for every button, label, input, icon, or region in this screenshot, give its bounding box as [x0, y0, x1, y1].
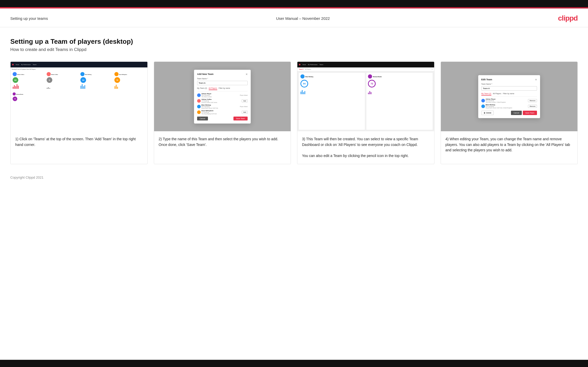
header: Setting up your teams User Manual – Nove… — [0, 8, 588, 27]
step2-save-button[interactable]: Save Team — [233, 117, 248, 120]
step3-nav-perf: My Performance — [308, 64, 317, 65]
step2-avatar-1 — [197, 93, 201, 97]
step4-player-sub-1: Plus HandicapThe Shire London, United Ki… — [486, 100, 506, 103]
p1-bars — [13, 84, 44, 89]
step4-tabs: My Team (2) All Players Filter by name — [481, 93, 537, 97]
step1-player-card-2: Adrian Coliba 0 — [46, 71, 79, 90]
step1-player-card-3: Blair McHarg 94 — [79, 71, 112, 90]
step2-dialog-title: Add New Team — [197, 73, 214, 75]
step1-mock-nav: Home My Performance Teams — [11, 62, 147, 67]
step1-bottom-row: Richard Butler 72 — [12, 91, 146, 103]
step4-remove-player-1[interactable]: Remove — [528, 99, 537, 102]
p2-score: 0 — [47, 77, 52, 83]
step2-cancel-button[interactable]: Cancel — [197, 117, 208, 120]
step2-player-info-4: Dave Billingham 3.5 HandicapThe Dog Magi… — [197, 110, 217, 115]
step2-avatar-2 — [197, 99, 201, 103]
step2-add-player-4[interactable]: Add — [242, 111, 248, 114]
step4-edit-team-dialog: Edit Team ✕ Team Name * My Team (2) All … — [478, 75, 540, 118]
step3-player-card-richard: Richard Butler 72 — [366, 73, 432, 130]
step2-player-badge-3: Player Added — [240, 106, 248, 107]
step4-delete-label: Delete — [486, 112, 491, 114]
step4-player-details-1: Adrian Player Plus HandicapThe Shire Lon… — [486, 98, 506, 103]
copyright-text: Copyright Clippd 2021 — [10, 176, 44, 179]
step-2-card: Add New Team ✕ Team Name * My Team (2) A… — [154, 62, 291, 164]
step2-close-icon[interactable]: ✕ — [246, 73, 248, 76]
step3-team-body: Blair McHarg 94 — [297, 71, 434, 131]
step2-tab-filter[interactable]: Filter by name — [219, 87, 230, 90]
step3-edit-icon[interactable]: ✎ — [432, 68, 433, 70]
step3-blair-header: Blair McHarg — [300, 74, 363, 79]
p1-name: Adrian Collins — [17, 74, 24, 75]
step3-blair-name: Blair McHarg — [305, 76, 313, 77]
step2-add-team-dialog: Add New Team ✕ Team Name * My Team (2) A… — [194, 70, 251, 124]
p4-name: Dave Billingham — [119, 74, 127, 75]
step3-nav-teams: Teams — [320, 64, 323, 65]
step4-remove-player-2[interactable]: Remove — [528, 105, 537, 108]
page-title: Setting up a Team of players (desktop) — [10, 38, 578, 46]
step2-tabs: My Team (2) All Players Filter by name — [197, 87, 248, 91]
step3-richard-header: Richard Butler — [368, 74, 431, 79]
step2-tab-allplayers[interactable]: All Players — [209, 87, 217, 90]
step1-mock-dashboard: Home My Performance Teams Viewing 8 out … — [11, 62, 147, 131]
p3-name: Blair McHarg — [85, 74, 91, 75]
step2-team-name-input[interactable] — [197, 81, 248, 85]
step4-right-buttons: Cancel Save Team — [511, 111, 537, 115]
p2-name: Adrian Coliba — [51, 74, 58, 75]
step2-player-info-1: Adrian Player Plus HandicapThe Shire Lon… — [197, 93, 212, 98]
step-2-description: 2) Type the name of this Team and then s… — [154, 131, 291, 164]
step2-dialog-footer: Cancel Save Team — [197, 117, 248, 120]
step4-dialog-header: Edit Team ✕ — [481, 78, 537, 81]
step-4-screenshot: Edit Team ✕ Team Name * My Team (2) All … — [441, 62, 578, 131]
step2-player-details-2: Adrian Coliba 1.5 HandicapCentral London… — [201, 99, 217, 103]
bottom-bar — [0, 360, 588, 367]
step2-player-info-2: Adrian Coliba 1.5 HandicapCentral London… — [197, 99, 217, 103]
step4-player-details-2: Blair McHarg Plus HandicapRoyal North De… — [486, 104, 512, 109]
step-3-screenshot: Home My Performance Teams Team A All Pla… — [297, 62, 434, 131]
step-1-card: Home My Performance Teams Viewing 8 out … — [10, 62, 148, 164]
step3-player-card-blair: Blair McHarg 94 — [299, 73, 365, 130]
step3-team-a-tab: Team A — [299, 68, 304, 70]
p4-score: 78 — [114, 77, 120, 83]
step4-tab-filter[interactable]: Filter by name — [503, 93, 514, 95]
step3-mock-nav: Home My Performance Teams — [297, 62, 434, 67]
step4-tab-myteam[interactable]: My Team (2) — [481, 93, 491, 95]
step2-player-name-1: Adrian Player — [201, 93, 212, 94]
step4-close-icon[interactable]: ✕ — [535, 78, 537, 81]
step2-player-sub-4: 3.5 HandicapThe Dog Maging Golf Club — [201, 111, 217, 115]
step4-dialog-title: Edit Team — [481, 78, 492, 81]
step3-sub-nav: Team A All Players ✎ — [297, 67, 434, 71]
step4-delete-button[interactable]: 🗑 Delete — [481, 111, 494, 115]
step-1-screenshot: Home My Performance Teams Viewing 8 out … — [11, 62, 147, 131]
step-1-description: 1) Click on 'Teams' at the top of the sc… — [11, 131, 147, 164]
step3-richard-score: 72 — [368, 80, 376, 88]
step1-bottom-card: Richard Butler 72 — [12, 91, 27, 103]
step4-team-name-label: Team Name * — [481, 83, 537, 85]
step2-add-player-2[interactable]: Add — [242, 99, 248, 102]
step4-avatar-1 — [481, 99, 485, 102]
step2-player-details-1: Adrian Player Plus HandicapThe Shire Lon… — [201, 93, 212, 98]
step3-nav-dot — [299, 64, 300, 65]
step4-tab-allplayers[interactable]: All Players — [493, 93, 501, 95]
step-4-description: 4) When editing your Team, you can chang… — [441, 131, 578, 164]
step2-player-sub-2: 1.5 HandicapCentral London Golf Centre — [201, 100, 217, 103]
step4-team-name-input[interactable] — [481, 86, 537, 91]
top-bar — [0, 0, 588, 7]
step2-player-list: Adrian Player Plus HandicapThe Shire Lon… — [197, 93, 248, 115]
step2-tab-myteam[interactable]: My Team (2) — [197, 87, 207, 90]
step4-save-button[interactable]: Save Team — [523, 111, 537, 115]
p5-score: 72 — [13, 97, 17, 101]
page-subtitle: How to create and edit Teams in Clippd — [10, 47, 578, 52]
step2-player-row-3: Blair McHarg Plus HandicapRoyal North De… — [197, 104, 248, 109]
step1-sub-heading: Viewing 8 out of 8 players from All Play… — [12, 68, 146, 70]
step2-player-row-4: Dave Billingham 3.5 HandicapThe Dog Magi… — [197, 110, 248, 115]
step2-player-details-4: Dave Billingham 3.5 HandicapThe Dog Magi… — [201, 110, 217, 115]
p4-bars — [114, 84, 145, 89]
nav-teams-link: My Performance — [21, 64, 31, 65]
main-content: Setting up a Team of players (desktop) H… — [0, 27, 588, 172]
step2-player-info-3: Blair McHarg Plus HandicapRoyal North De… — [197, 104, 218, 109]
step2-player-badge-1: Player Added — [240, 94, 248, 96]
step4-dialog-overlay: Edit Team ✕ Team Name * My Team (2) All … — [441, 62, 578, 131]
step2-player-sub-1: Plus HandicapThe Shire London — [201, 94, 212, 98]
step4-cancel-button[interactable]: Cancel — [511, 111, 522, 115]
step1-player-card-4: Dave Billingham 78 — [113, 71, 146, 90]
